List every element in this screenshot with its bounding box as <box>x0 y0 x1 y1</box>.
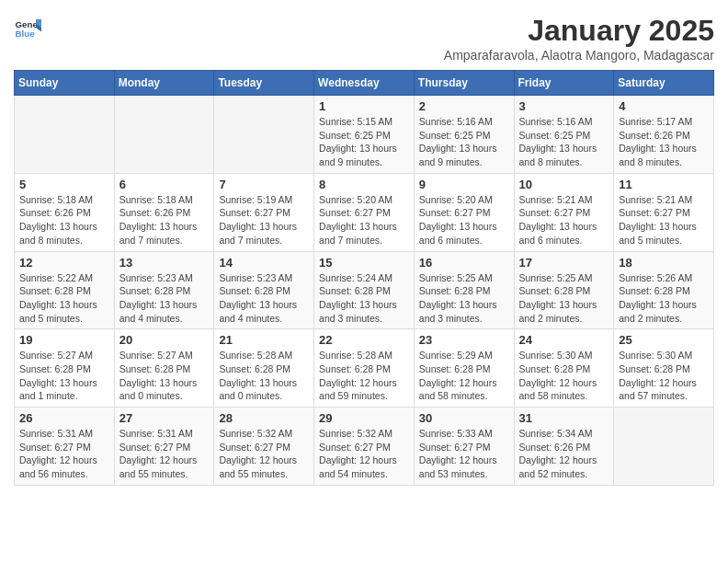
day-number: 30 <box>419 411 509 425</box>
day-info: Sunrise: 5:26 AM Sunset: 6:28 PM Dayligh… <box>619 271 709 326</box>
day-of-week-header: Sunday <box>15 71 115 96</box>
day-number: 10 <box>519 178 609 191</box>
calendar-day-cell: 18Sunrise: 5:26 AM Sunset: 6:28 PM Dayli… <box>614 251 714 329</box>
day-number: 15 <box>319 256 409 270</box>
calendar-day-cell <box>614 408 714 486</box>
calendar-day-cell: 25Sunrise: 5:30 AM Sunset: 6:28 PM Dayli… <box>614 329 714 408</box>
day-number: 13 <box>119 256 210 270</box>
day-number: 20 <box>119 333 210 347</box>
calendar-day-cell: 19Sunrise: 5:27 AM Sunset: 6:28 PM Dayli… <box>15 329 115 408</box>
calendar-day-cell: 6Sunrise: 5:18 AM Sunset: 6:26 PM Daylig… <box>114 173 214 251</box>
day-info: Sunrise: 5:23 AM Sunset: 6:28 PM Dayligh… <box>119 271 210 326</box>
day-info: Sunrise: 5:32 AM Sunset: 6:27 PM Dayligh… <box>219 427 309 481</box>
day-of-week-header: Thursday <box>414 71 514 96</box>
calendar-day-cell: 8Sunrise: 5:20 AM Sunset: 6:27 PM Daylig… <box>314 173 415 251</box>
day-number: 23 <box>419 333 509 347</box>
day-info: Sunrise: 5:33 AM Sunset: 6:27 PM Dayligh… <box>419 427 509 481</box>
calendar-day-cell: 9Sunrise: 5:20 AM Sunset: 6:27 PM Daylig… <box>414 173 514 251</box>
day-info: Sunrise: 5:18 AM Sunset: 6:26 PM Dayligh… <box>19 193 109 247</box>
day-info: Sunrise: 5:29 AM Sunset: 6:28 PM Dayligh… <box>419 349 509 403</box>
calendar-body: 1Sunrise: 5:15 AM Sunset: 6:25 PM Daylig… <box>15 96 714 486</box>
calendar-day-cell: 15Sunrise: 5:24 AM Sunset: 6:28 PM Dayli… <box>314 251 415 329</box>
day-number: 14 <box>219 256 309 270</box>
logo-icon: General Blue <box>14 14 41 41</box>
title-area: January 2025 Amparafaravola, Alaotra Man… <box>444 14 714 63</box>
calendar-day-cell: 12Sunrise: 5:22 AM Sunset: 6:28 PM Dayli… <box>15 251 115 329</box>
calendar-day-cell: 28Sunrise: 5:32 AM Sunset: 6:27 PM Dayli… <box>214 408 314 486</box>
calendar-table: SundayMondayTuesdayWednesdayThursdayFrid… <box>14 70 714 486</box>
day-info: Sunrise: 5:25 AM Sunset: 6:28 PM Dayligh… <box>419 271 509 326</box>
day-of-week-header: Wednesday <box>314 71 415 96</box>
day-info: Sunrise: 5:16 AM Sunset: 6:25 PM Dayligh… <box>419 115 509 169</box>
day-number: 25 <box>619 333 709 347</box>
day-number: 26 <box>19 411 109 425</box>
day-number: 28 <box>219 411 309 425</box>
day-info: Sunrise: 5:30 AM Sunset: 6:28 PM Dayligh… <box>519 349 609 403</box>
day-info: Sunrise: 5:19 AM Sunset: 6:27 PM Dayligh… <box>219 193 309 247</box>
calendar-day-cell: 20Sunrise: 5:27 AM Sunset: 6:28 PM Dayli… <box>114 329 214 408</box>
day-info: Sunrise: 5:27 AM Sunset: 6:28 PM Dayligh… <box>19 349 109 403</box>
calendar-week-row: 26Sunrise: 5:31 AM Sunset: 6:27 PM Dayli… <box>15 408 714 486</box>
day-number: 27 <box>119 411 210 425</box>
day-number: 1 <box>319 99 409 113</box>
day-info: Sunrise: 5:21 AM Sunset: 6:27 PM Dayligh… <box>619 193 709 247</box>
location-subtitle: Amparafaravola, Alaotra Mangoro, Madagas… <box>444 48 714 63</box>
day-number: 24 <box>519 333 609 347</box>
day-info: Sunrise: 5:23 AM Sunset: 6:28 PM Dayligh… <box>219 271 309 326</box>
day-info: Sunrise: 5:22 AM Sunset: 6:28 PM Dayligh… <box>19 271 109 326</box>
calendar-day-cell: 24Sunrise: 5:30 AM Sunset: 6:28 PM Dayli… <box>514 329 614 408</box>
calendar-day-cell: 26Sunrise: 5:31 AM Sunset: 6:27 PM Dayli… <box>15 408 115 486</box>
day-info: Sunrise: 5:32 AM Sunset: 6:27 PM Dayligh… <box>319 427 409 481</box>
day-info: Sunrise: 5:17 AM Sunset: 6:26 PM Dayligh… <box>619 115 709 169</box>
calendar-day-cell: 27Sunrise: 5:31 AM Sunset: 6:27 PM Dayli… <box>114 408 214 486</box>
day-number: 3 <box>519 99 609 113</box>
calendar-day-cell: 22Sunrise: 5:28 AM Sunset: 6:28 PM Dayli… <box>314 329 415 408</box>
calendar-day-cell <box>114 96 214 174</box>
day-of-week-header: Tuesday <box>214 71 314 96</box>
calendar-day-cell: 13Sunrise: 5:23 AM Sunset: 6:28 PM Dayli… <box>114 251 214 329</box>
calendar-day-cell: 7Sunrise: 5:19 AM Sunset: 6:27 PM Daylig… <box>214 173 314 251</box>
day-number: 11 <box>619 178 709 191</box>
calendar-week-row: 19Sunrise: 5:27 AM Sunset: 6:28 PM Dayli… <box>15 329 714 408</box>
day-number: 5 <box>19 178 109 191</box>
calendar-day-cell: 10Sunrise: 5:21 AM Sunset: 6:27 PM Dayli… <box>514 173 614 251</box>
day-info: Sunrise: 5:34 AM Sunset: 6:26 PM Dayligh… <box>519 427 609 481</box>
day-of-week-header: Friday <box>514 71 614 96</box>
calendar-day-cell <box>15 96 115 174</box>
day-number: 21 <box>219 333 309 347</box>
calendar-day-cell: 3Sunrise: 5:16 AM Sunset: 6:25 PM Daylig… <box>514 96 614 174</box>
calendar-day-cell: 1Sunrise: 5:15 AM Sunset: 6:25 PM Daylig… <box>314 96 415 174</box>
day-number: 6 <box>119 178 210 191</box>
day-info: Sunrise: 5:27 AM Sunset: 6:28 PM Dayligh… <box>119 349 210 403</box>
calendar-day-cell: 14Sunrise: 5:23 AM Sunset: 6:28 PM Dayli… <box>214 251 314 329</box>
logo: General Blue <box>14 14 41 41</box>
days-of-week-row: SundayMondayTuesdayWednesdayThursdayFrid… <box>15 71 714 96</box>
day-info: Sunrise: 5:24 AM Sunset: 6:28 PM Dayligh… <box>319 271 409 326</box>
calendar-day-cell: 11Sunrise: 5:21 AM Sunset: 6:27 PM Dayli… <box>614 173 714 251</box>
calendar-day-cell: 5Sunrise: 5:18 AM Sunset: 6:26 PM Daylig… <box>15 173 115 251</box>
day-info: Sunrise: 5:15 AM Sunset: 6:25 PM Dayligh… <box>319 115 409 169</box>
calendar-week-row: 5Sunrise: 5:18 AM Sunset: 6:26 PM Daylig… <box>15 173 714 251</box>
day-info: Sunrise: 5:16 AM Sunset: 6:25 PM Dayligh… <box>519 115 609 169</box>
day-number: 19 <box>19 333 109 347</box>
day-number: 9 <box>419 178 509 191</box>
calendar-day-cell: 31Sunrise: 5:34 AM Sunset: 6:26 PM Dayli… <box>514 408 614 486</box>
day-number: 4 <box>619 99 709 113</box>
day-info: Sunrise: 5:18 AM Sunset: 6:26 PM Dayligh… <box>119 193 210 247</box>
calendar-day-cell: 16Sunrise: 5:25 AM Sunset: 6:28 PM Dayli… <box>414 251 514 329</box>
calendar-day-cell: 23Sunrise: 5:29 AM Sunset: 6:28 PM Dayli… <box>414 329 514 408</box>
day-of-week-header: Saturday <box>614 71 714 96</box>
day-info: Sunrise: 5:28 AM Sunset: 6:28 PM Dayligh… <box>219 349 309 403</box>
day-info: Sunrise: 5:20 AM Sunset: 6:27 PM Dayligh… <box>419 193 509 247</box>
day-info: Sunrise: 5:31 AM Sunset: 6:27 PM Dayligh… <box>119 427 210 481</box>
svg-text:Blue: Blue <box>16 29 36 39</box>
day-of-week-header: Monday <box>114 71 214 96</box>
calendar-header: SundayMondayTuesdayWednesdayThursdayFrid… <box>15 71 714 96</box>
calendar-week-row: 12Sunrise: 5:22 AM Sunset: 6:28 PM Dayli… <box>15 251 714 329</box>
calendar-day-cell: 4Sunrise: 5:17 AM Sunset: 6:26 PM Daylig… <box>614 96 714 174</box>
day-number: 31 <box>519 411 609 425</box>
day-info: Sunrise: 5:21 AM Sunset: 6:27 PM Dayligh… <box>519 193 609 247</box>
day-number: 29 <box>319 411 409 425</box>
day-number: 2 <box>419 99 509 113</box>
day-info: Sunrise: 5:28 AM Sunset: 6:28 PM Dayligh… <box>319 349 409 403</box>
